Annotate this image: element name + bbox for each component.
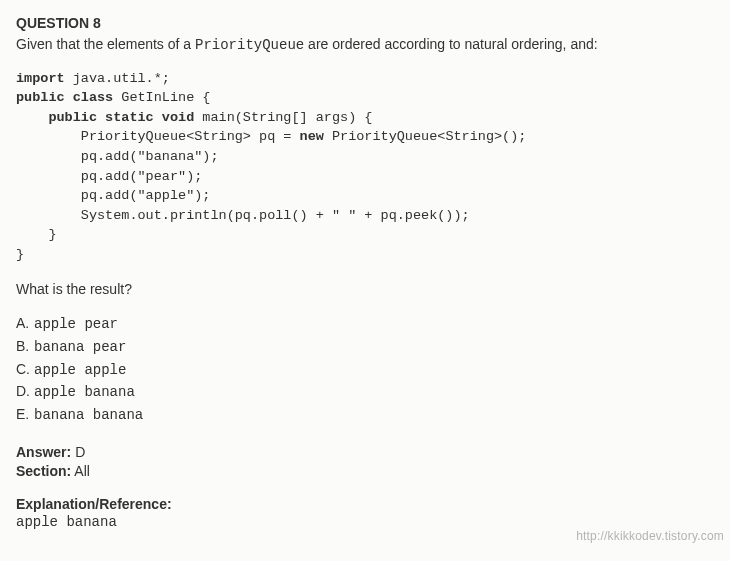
- choice-b: B.banana pear: [16, 336, 714, 359]
- code-l3-rest: main(String[] args) {: [194, 110, 372, 125]
- question-intro: Given that the elements of a PriorityQue…: [16, 35, 714, 55]
- answer-line: Answer: D: [16, 443, 714, 462]
- choice-letter: C.: [16, 359, 34, 381]
- answer-value: D: [75, 444, 85, 460]
- kw-public-class: public class: [16, 90, 113, 105]
- code-l2-rest: GetInLine {: [113, 90, 210, 105]
- kw-psv: public static void: [48, 110, 194, 125]
- kw-new: new: [300, 129, 324, 144]
- code-block: import java.util.*; public class GetInLi…: [16, 69, 714, 265]
- choice-text: apple pear: [34, 316, 118, 332]
- choice-letter: D.: [16, 381, 34, 403]
- section-label: Section:: [16, 463, 71, 479]
- choice-c: C.apple apple: [16, 359, 714, 382]
- section-line: Section: All: [16, 462, 714, 481]
- choice-letter: B.: [16, 336, 34, 358]
- code-l3-indent: [16, 110, 48, 125]
- choice-text: apple banana: [34, 384, 135, 400]
- answer-label: Answer:: [16, 444, 71, 460]
- choice-text: banana banana: [34, 407, 143, 423]
- watermark: http://kkikkodev.tistory.com: [576, 528, 724, 544]
- prompt-result: What is the result?: [16, 280, 714, 299]
- choice-letter: E.: [16, 404, 34, 426]
- choices-list: A.apple pear B.banana pear C.apple apple…: [16, 313, 714, 426]
- code-l4-rest: PriorityQueue<String>();: [324, 129, 527, 144]
- code-l10: }: [16, 247, 24, 262]
- choice-e: E.banana banana: [16, 404, 714, 427]
- code-l7: pq.add("apple");: [16, 188, 210, 203]
- code-l6: pq.add("pear");: [16, 169, 202, 184]
- intro-code: PriorityQueue: [195, 37, 304, 53]
- choice-a: A.apple pear: [16, 313, 714, 336]
- choice-d: D.apple banana: [16, 381, 714, 404]
- intro-text-post: are ordered according to natural orderin…: [304, 36, 597, 52]
- answer-block: Answer: D Section: All: [16, 443, 714, 481]
- choice-text: apple apple: [34, 362, 126, 378]
- code-l5: pq.add("banana");: [16, 149, 219, 164]
- choice-letter: A.: [16, 313, 34, 335]
- code-l8: System.out.println(pq.poll() + " " + pq.…: [16, 208, 470, 223]
- question-heading: QUESTION 8: [16, 14, 714, 33]
- code-l9: }: [16, 227, 57, 242]
- explanation-label: Explanation/Reference:: [16, 495, 714, 514]
- code-l1-rest: java.util.*;: [65, 71, 170, 86]
- explanation-block: Explanation/Reference: apple banana: [16, 495, 714, 533]
- code-l4: PriorityQueue<String> pq =: [16, 129, 300, 144]
- intro-text-pre: Given that the elements of a: [16, 36, 195, 52]
- section-value: All: [74, 463, 90, 479]
- kw-import: import: [16, 71, 65, 86]
- choice-text: banana pear: [34, 339, 126, 355]
